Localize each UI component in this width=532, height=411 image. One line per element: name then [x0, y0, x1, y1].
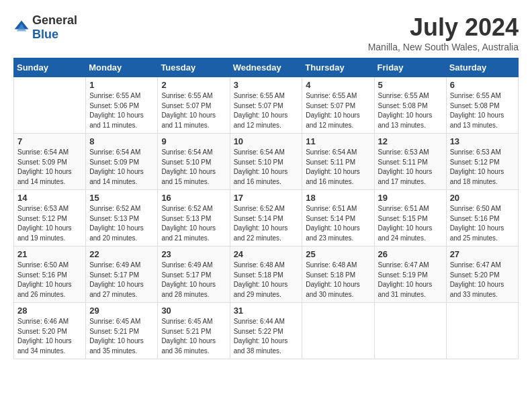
- month-title: July 2024: [368, 13, 519, 42]
- day-number: 27: [450, 249, 515, 259]
- day-content: Sunrise: 6:45 AM Sunset: 5:21 PM Dayligh…: [161, 317, 226, 356]
- day-content: Sunrise: 6:53 AM Sunset: 5:11 PM Dayligh…: [378, 148, 443, 187]
- location-title: Manilla, New South Wales, Australia: [368, 42, 519, 52]
- day-number: 10: [234, 136, 299, 146]
- calendar-cell: 26Sunrise: 6:47 AM Sunset: 5:19 PM Dayli…: [374, 246, 446, 303]
- title-area: July 2024 Manilla, New South Wales, Aust…: [368, 13, 519, 52]
- logo: General Blue: [13, 13, 77, 42]
- day-content: Sunrise: 6:50 AM Sunset: 5:16 PM Dayligh…: [450, 204, 515, 243]
- day-number: 13: [450, 136, 515, 146]
- day-number: 7: [17, 136, 82, 146]
- day-content: Sunrise: 6:53 AM Sunset: 5:12 PM Dayligh…: [450, 148, 515, 187]
- day-content: Sunrise: 6:55 AM Sunset: 5:07 PM Dayligh…: [161, 91, 226, 130]
- calendar-table: SundayMondayTuesdayWednesdayThursdayFrid…: [13, 58, 519, 359]
- day-content: Sunrise: 6:50 AM Sunset: 5:16 PM Dayligh…: [17, 261, 82, 300]
- day-number: 23: [161, 249, 226, 259]
- calendar-header-row: SundayMondayTuesdayWednesdayThursdayFrid…: [14, 58, 519, 77]
- day-number: 8: [89, 136, 154, 146]
- calendar-week-row: 1Sunrise: 6:55 AM Sunset: 5:06 PM Daylig…: [14, 77, 519, 134]
- day-number: 2: [161, 80, 226, 90]
- day-content: Sunrise: 6:48 AM Sunset: 5:18 PM Dayligh…: [234, 261, 299, 300]
- calendar-cell: 16Sunrise: 6:52 AM Sunset: 5:13 PM Dayli…: [158, 190, 230, 246]
- day-content: Sunrise: 6:52 AM Sunset: 5:13 PM Dayligh…: [89, 204, 154, 243]
- calendar-cell: 1Sunrise: 6:55 AM Sunset: 5:06 PM Daylig…: [86, 77, 158, 134]
- page-header: General Blue July 2024 Manilla, New Sout…: [13, 13, 519, 52]
- calendar-cell: 3Sunrise: 6:55 AM Sunset: 5:07 PM Daylig…: [230, 77, 302, 134]
- day-number: 22: [89, 249, 154, 259]
- day-content: Sunrise: 6:51 AM Sunset: 5:15 PM Dayligh…: [378, 204, 443, 243]
- calendar-week-row: 28Sunrise: 6:46 AM Sunset: 5:20 PM Dayli…: [14, 303, 519, 359]
- calendar-cell: 14Sunrise: 6:53 AM Sunset: 5:12 PM Dayli…: [14, 190, 86, 246]
- day-content: Sunrise: 6:55 AM Sunset: 5:07 PM Dayligh…: [234, 91, 299, 130]
- calendar-cell: 12Sunrise: 6:53 AM Sunset: 5:11 PM Dayli…: [374, 134, 446, 190]
- day-header-friday: Friday: [374, 58, 446, 77]
- calendar-cell: 13Sunrise: 6:53 AM Sunset: 5:12 PM Dayli…: [446, 134, 518, 190]
- logo-icon: [13, 19, 30, 36]
- day-number: 29: [89, 306, 154, 316]
- day-number: 5: [378, 80, 443, 90]
- calendar-cell: 31Sunrise: 6:44 AM Sunset: 5:22 PM Dayli…: [230, 303, 302, 359]
- day-number: 4: [306, 80, 370, 90]
- day-number: 24: [234, 249, 299, 259]
- calendar-cell: [14, 77, 86, 134]
- logo-blue: Blue: [32, 28, 58, 41]
- calendar-cell: 24Sunrise: 6:48 AM Sunset: 5:18 PM Dayli…: [230, 246, 302, 303]
- day-content: Sunrise: 6:52 AM Sunset: 5:14 PM Dayligh…: [234, 204, 299, 243]
- calendar-cell: 30Sunrise: 6:45 AM Sunset: 5:21 PM Dayli…: [158, 303, 230, 359]
- calendar-cell: 4Sunrise: 6:55 AM Sunset: 5:07 PM Daylig…: [302, 77, 374, 134]
- calendar-cell: 18Sunrise: 6:51 AM Sunset: 5:14 PM Dayli…: [302, 190, 374, 246]
- calendar-cell: 22Sunrise: 6:49 AM Sunset: 5:17 PM Dayli…: [86, 246, 158, 303]
- day-content: Sunrise: 6:54 AM Sunset: 5:09 PM Dayligh…: [17, 148, 82, 187]
- day-number: 17: [234, 193, 299, 203]
- day-number: 18: [306, 193, 370, 203]
- calendar-week-row: 21Sunrise: 6:50 AM Sunset: 5:16 PM Dayli…: [14, 246, 519, 303]
- calendar-cell: [302, 303, 374, 359]
- day-content: Sunrise: 6:45 AM Sunset: 5:21 PM Dayligh…: [89, 317, 154, 356]
- day-content: Sunrise: 6:46 AM Sunset: 5:20 PM Dayligh…: [17, 317, 82, 356]
- calendar-cell: 2Sunrise: 6:55 AM Sunset: 5:07 PM Daylig…: [158, 77, 230, 134]
- day-number: 3: [234, 80, 299, 90]
- day-content: Sunrise: 6:49 AM Sunset: 5:17 PM Dayligh…: [89, 261, 154, 300]
- logo-general: General: [32, 13, 77, 27]
- day-content: Sunrise: 6:49 AM Sunset: 5:17 PM Dayligh…: [161, 261, 226, 300]
- day-number: 26: [378, 249, 443, 259]
- day-content: Sunrise: 6:55 AM Sunset: 5:08 PM Dayligh…: [378, 91, 443, 130]
- calendar-cell: 23Sunrise: 6:49 AM Sunset: 5:17 PM Dayli…: [158, 246, 230, 303]
- calendar-cell: 9Sunrise: 6:54 AM Sunset: 5:10 PM Daylig…: [158, 134, 230, 190]
- calendar-cell: 28Sunrise: 6:46 AM Sunset: 5:20 PM Dayli…: [14, 303, 86, 359]
- day-number: 30: [161, 306, 226, 316]
- day-number: 6: [450, 80, 515, 90]
- day-header-saturday: Saturday: [446, 58, 518, 77]
- day-content: Sunrise: 6:52 AM Sunset: 5:13 PM Dayligh…: [161, 204, 226, 243]
- day-content: Sunrise: 6:48 AM Sunset: 5:18 PM Dayligh…: [306, 261, 370, 300]
- calendar-cell: 15Sunrise: 6:52 AM Sunset: 5:13 PM Dayli…: [86, 190, 158, 246]
- calendar-cell: 20Sunrise: 6:50 AM Sunset: 5:16 PM Dayli…: [446, 190, 518, 246]
- day-content: Sunrise: 6:51 AM Sunset: 5:14 PM Dayligh…: [306, 204, 370, 243]
- day-content: Sunrise: 6:47 AM Sunset: 5:20 PM Dayligh…: [450, 261, 515, 300]
- day-number: 31: [234, 306, 299, 316]
- calendar-cell: 25Sunrise: 6:48 AM Sunset: 5:18 PM Dayli…: [302, 246, 374, 303]
- day-number: 16: [161, 193, 226, 203]
- calendar-cell: 5Sunrise: 6:55 AM Sunset: 5:08 PM Daylig…: [374, 77, 446, 134]
- day-content: Sunrise: 6:44 AM Sunset: 5:22 PM Dayligh…: [234, 317, 299, 356]
- calendar-cell: [374, 303, 446, 359]
- day-header-thursday: Thursday: [302, 58, 374, 77]
- day-header-wednesday: Wednesday: [230, 58, 302, 77]
- day-header-sunday: Sunday: [14, 58, 86, 77]
- calendar-cell: 7Sunrise: 6:54 AM Sunset: 5:09 PM Daylig…: [14, 134, 86, 190]
- day-number: 9: [161, 136, 226, 146]
- day-number: 28: [17, 306, 82, 316]
- calendar-cell: 27Sunrise: 6:47 AM Sunset: 5:20 PM Dayli…: [446, 246, 518, 303]
- calendar-cell: [446, 303, 518, 359]
- calendar-cell: 11Sunrise: 6:54 AM Sunset: 5:11 PM Dayli…: [302, 134, 374, 190]
- calendar-week-row: 14Sunrise: 6:53 AM Sunset: 5:12 PM Dayli…: [14, 190, 519, 246]
- calendar-cell: 17Sunrise: 6:52 AM Sunset: 5:14 PM Dayli…: [230, 190, 302, 246]
- day-content: Sunrise: 6:54 AM Sunset: 5:11 PM Dayligh…: [306, 148, 370, 187]
- calendar-week-row: 7Sunrise: 6:54 AM Sunset: 5:09 PM Daylig…: [14, 134, 519, 190]
- day-number: 1: [89, 80, 154, 90]
- day-content: Sunrise: 6:54 AM Sunset: 5:09 PM Dayligh…: [89, 148, 154, 187]
- day-content: Sunrise: 6:55 AM Sunset: 5:07 PM Dayligh…: [306, 91, 370, 130]
- day-number: 20: [450, 193, 515, 203]
- calendar-cell: 21Sunrise: 6:50 AM Sunset: 5:16 PM Dayli…: [14, 246, 86, 303]
- day-number: 11: [306, 136, 370, 146]
